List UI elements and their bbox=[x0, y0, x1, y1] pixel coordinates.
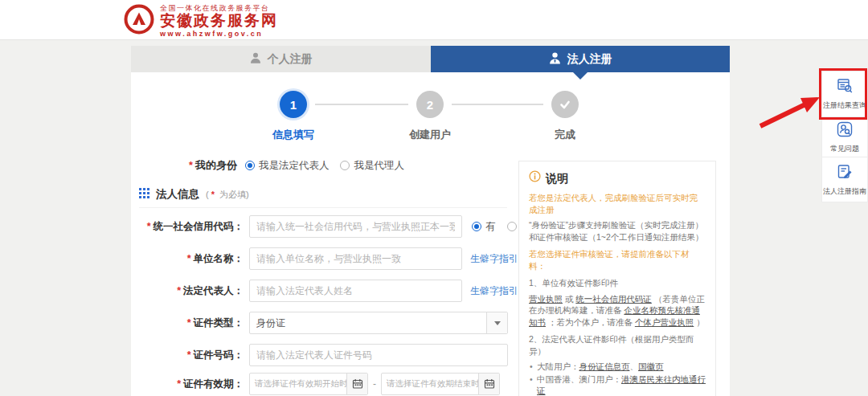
tab-legal-registration[interactable]: 法人注册 bbox=[431, 46, 731, 72]
radio-has-code[interactable]: 有 bbox=[472, 220, 496, 234]
step-2-circle: 2 bbox=[416, 91, 444, 118]
material-item-1-detail: 营业执照 或 统一社会信用代码证 （若贵单位正在办理机构筹建，请准备 企业名称预… bbox=[529, 293, 706, 328]
field-label: *证件类型： bbox=[131, 316, 244, 330]
check-icon bbox=[558, 97, 572, 112]
instruction-highlight-2: 若您选择证件审核验证，请提前准备以下材料： bbox=[529, 248, 706, 271]
registration-result-query-button[interactable]: 注册结果查询 bbox=[821, 71, 868, 117]
validity-start-datepicker[interactable]: 请选择证件有效期开始时间 bbox=[249, 373, 368, 395]
person-icon bbox=[249, 51, 262, 67]
registration-tabs: 个人注册 法人注册 bbox=[131, 46, 730, 72]
tab-personal-registration[interactable]: 个人注册 bbox=[131, 46, 431, 72]
field-certificate-validity: *证件有效期： 请选择证件有效期开始时间 - 请选择证件有效期结束时间 bbox=[131, 373, 500, 395]
individual-license-link[interactable]: 个体户营业执照 bbox=[635, 317, 694, 327]
grid-icon bbox=[139, 187, 149, 202]
required-star: * bbox=[189, 160, 193, 171]
field-certificate-number: *证件号码： bbox=[131, 344, 508, 366]
instructions-panel: 说明 若您是法定代表人，完成刷脸验证后可实时完成注册 “身份验证”步骤支持刷脸验… bbox=[518, 161, 716, 396]
section-required-note: ( * 为必填) bbox=[206, 189, 249, 201]
radio-dot bbox=[340, 161, 350, 170]
site-url: www.ahzwfw.gov.cn bbox=[160, 30, 278, 38]
floating-sidebar: 注册结果查询 常见问题 bbox=[821, 71, 868, 202]
radio-dot-selected bbox=[472, 222, 481, 231]
identity-label: 我的身份 bbox=[195, 158, 237, 173]
radio-dot bbox=[507, 222, 517, 231]
person-icon bbox=[548, 51, 562, 67]
field-company-name: *单位名称： 生僻字指引 bbox=[131, 247, 518, 270]
site-header: 全国一体化在线政务服务平台 安徽政务服务网 www.ahzwfw.gov.cn bbox=[0, 0, 868, 40]
faq-button[interactable]: 常见问题 bbox=[821, 117, 868, 157]
instruction-highlight-1: 若您是法定代表人，完成刷脸验证后可实时完成注册 bbox=[529, 192, 706, 215]
calendar-button[interactable] bbox=[346, 374, 367, 394]
list-item: 大陆用户：身份证信息页、国徽页 bbox=[529, 361, 706, 372]
validity-end-datepicker[interactable]: 请选择证件有效期结束时间 bbox=[381, 373, 500, 395]
credit-code-input[interactable] bbox=[249, 215, 462, 238]
step-3-circle bbox=[551, 91, 579, 118]
annotation-arrow bbox=[754, 83, 826, 133]
identity-row: * 我的身份 我是法定代表人 我是代理人 bbox=[189, 158, 416, 173]
platform-tagline: 全国一体化在线政务服务平台 bbox=[160, 4, 278, 12]
calendar-icon bbox=[352, 378, 363, 390]
tab-legal-label: 法人注册 bbox=[567, 52, 612, 67]
tab-personal-label: 个人注册 bbox=[268, 52, 313, 67]
page: 全国一体化在线政务服务平台 安徽政务服务网 www.ahzwfw.gov.cn … bbox=[0, 0, 868, 396]
field-label: *统一社会信用代码： bbox=[131, 220, 244, 234]
company-name-input[interactable] bbox=[249, 247, 462, 270]
active-tab-pointer bbox=[573, 72, 588, 80]
field-label: *单位名称： bbox=[131, 252, 244, 266]
logo-emblem-icon bbox=[123, 3, 155, 39]
dropdown-button[interactable] bbox=[486, 312, 507, 333]
rare-character-guide-link[interactable]: 生僻字指引 bbox=[470, 284, 518, 298]
radio-label: 我是法定代表人 bbox=[259, 159, 330, 173]
radio-legal-representative[interactable]: 我是法定代表人 bbox=[245, 159, 330, 173]
id-card-info-link[interactable]: 身份证信息页 bbox=[579, 361, 630, 371]
info-icon bbox=[529, 170, 541, 186]
site-name: 安徽政务服务网 bbox=[160, 12, 278, 30]
chevron-down-icon bbox=[494, 321, 501, 325]
field-label: *证件号码： bbox=[131, 349, 244, 362]
legal-representative-input[interactable] bbox=[249, 280, 462, 302]
calendar-icon bbox=[484, 378, 495, 390]
field-label: *证件有效期： bbox=[131, 378, 244, 391]
registration-card: 个人注册 法人注册 1 2 信息填写 创建用户 完成 * bbox=[131, 46, 730, 396]
rare-character-guide-link[interactable]: 生僻字指引 bbox=[470, 252, 518, 266]
floating-button-label: 常见问题 bbox=[830, 144, 859, 154]
date-placeholder: 请选择证件有效期结束时间 bbox=[382, 378, 478, 390]
date-range-separator: - bbox=[373, 378, 376, 390]
step-1-circle: 1 bbox=[280, 91, 307, 118]
certificate-number-input[interactable] bbox=[249, 344, 508, 366]
step-connector bbox=[315, 104, 408, 105]
section-divider bbox=[139, 207, 507, 208]
person-search-icon bbox=[836, 120, 854, 141]
step-2-label: 创建用户 bbox=[390, 128, 470, 142]
list-item: 中国香港、澳门用户：港澳居民来往内地通行证 bbox=[529, 374, 706, 396]
field-certificate-type: *证件类型： 身份证 bbox=[131, 312, 508, 334]
radio-label: 我是代理人 bbox=[354, 159, 404, 173]
floating-button-label: 注册结果查询 bbox=[823, 100, 866, 111]
step-3-label: 完成 bbox=[525, 128, 605, 142]
logo-text: 全国一体化在线政务服务平台 安徽政务服务网 www.ahzwfw.gov.cn bbox=[160, 4, 278, 39]
field-credit-code: *统一社会信用代码： 有 无 bbox=[131, 215, 530, 238]
material-item-1-title: 1、单位有效证件影印件 bbox=[529, 277, 706, 288]
calendar-button[interactable] bbox=[478, 374, 499, 394]
radio-dot-selected bbox=[245, 161, 255, 170]
legal-registration-guide-button[interactable]: 法人注册指南 bbox=[821, 157, 868, 202]
id-card-emblem-link[interactable]: 国徽页 bbox=[638, 361, 664, 371]
instruction-text-1: “身份验证”步骤支持刷脸验证（实时完成注册）和证件审核验证（1~2个工作日通知注… bbox=[529, 219, 706, 243]
document-pencil-icon bbox=[836, 163, 854, 184]
site-logo[interactable]: 全国一体化在线政务服务平台 安徽政务服务网 www.ahzwfw.gov.cn bbox=[123, 3, 278, 39]
business-license-link[interactable]: 营业执照 bbox=[529, 294, 563, 304]
legal-info-section-header: 法人信息 ( * 为必填) bbox=[139, 187, 249, 202]
selected-value: 身份证 bbox=[256, 316, 285, 330]
radio-agent[interactable]: 我是代理人 bbox=[340, 159, 404, 173]
date-placeholder: 请选择证件有效期开始时间 bbox=[250, 378, 346, 390]
instructions-title: 说明 bbox=[546, 171, 568, 186]
document-search-icon bbox=[836, 77, 854, 98]
step-connector bbox=[452, 104, 543, 105]
floating-button-label: 法人注册指南 bbox=[823, 186, 866, 197]
field-legal-representative: *法定代表人： 生僻字指引 bbox=[131, 280, 518, 302]
instructions-header: 说明 bbox=[529, 170, 706, 186]
radio-label: 有 bbox=[485, 220, 496, 234]
section-title: 法人信息 bbox=[156, 187, 199, 202]
certificate-type-select[interactable]: 身份证 bbox=[249, 312, 508, 334]
credit-code-cert-link[interactable]: 统一社会信用代码证 bbox=[575, 294, 652, 304]
